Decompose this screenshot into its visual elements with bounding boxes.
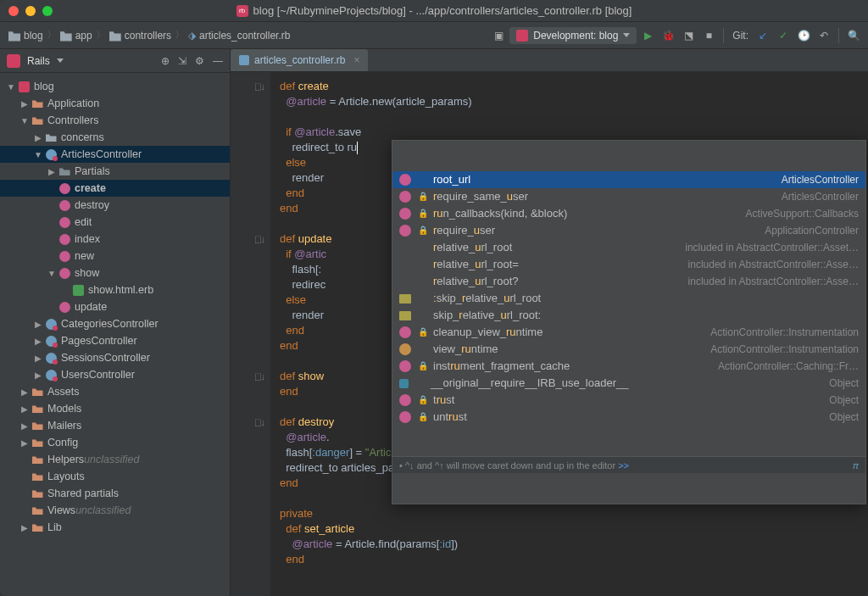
completion-item[interactable]: view_runtimeActionController::Instrument… <box>392 341 865 358</box>
tree-twisty[interactable]: ▶ <box>32 370 44 380</box>
tree-twisty[interactable]: ▼ <box>46 269 58 278</box>
tree-item[interactable]: ▶Mailers <box>0 417 230 434</box>
tree-item[interactable]: ▶Assets <box>0 383 230 400</box>
tree-item[interactable]: ▶UsersController <box>0 366 230 383</box>
tree-twisty[interactable]: ▶ <box>32 133 44 142</box>
tree-twisty[interactable]: ▶ <box>19 387 31 397</box>
debug-button[interactable]: 🐞 <box>659 26 677 45</box>
tree-item[interactable]: ▶Models <box>0 400 230 417</box>
tree-item[interactable]: ▶Partials <box>0 163 230 180</box>
completion-item[interactable]: :skip_relative_url_root <box>392 290 865 307</box>
tree-item[interactable]: ▶SessionsController <box>0 349 230 366</box>
tree-item[interactable]: ▶Lib <box>0 519 230 536</box>
tree-item[interactable]: Helpers unclassified <box>0 451 230 468</box>
tree-label: update <box>75 301 107 313</box>
tree-item[interactable]: update <box>0 298 230 315</box>
completion-label: require_user <box>433 223 495 238</box>
tree-item[interactable]: ▼ArticlesController <box>0 146 230 163</box>
vcs-update-button[interactable]: ↙ <box>754 26 772 45</box>
lock-icon: 🔒 <box>418 206 426 221</box>
tree-item[interactable]: Layouts <box>0 468 230 485</box>
completion-footer: • ^↓ and ^↑ will move caret down and up … <box>392 456 865 473</box>
completion-label: root_url <box>433 172 470 187</box>
stop-button[interactable]: ■ <box>699 26 718 45</box>
completion-item[interactable]: relative_url_rootincluded in AbstractCon… <box>392 239 865 256</box>
minimize-window-button[interactable] <box>25 6 36 16</box>
completion-origin: included in AbstractController::Asset… <box>685 240 859 255</box>
coverage-button[interactable]: ⬔ <box>679 26 698 45</box>
tree-twisty[interactable]: ▼ <box>5 82 17 92</box>
search-everywhere-button[interactable]: 🔍 <box>844 26 863 45</box>
hide-icon[interactable]: — <box>213 55 223 67</box>
dir-o-icon <box>31 386 44 398</box>
completion-item[interactable]: 🔒untrustObject <box>392 409 865 426</box>
vcs-history-button[interactable]: 🕑 <box>794 26 813 45</box>
tree-item[interactable]: new <box>0 248 230 265</box>
build-button[interactable]: ▣ <box>489 26 508 45</box>
code-area[interactable]: ⎕↓ ⎕↓ ⎕↓ ⎕↓ def create @article = Articl… <box>231 72 868 596</box>
tree-item[interactable]: edit <box>0 214 230 231</box>
code-completion-popup[interactable]: root_urlArticlesController🔒require_same_… <box>392 140 866 504</box>
completion-item[interactable]: skip_relative_url_root: <box>392 307 865 324</box>
tree-twisty[interactable]: ▶ <box>19 404 31 414</box>
locate-icon[interactable]: ⊕ <box>161 55 170 67</box>
project-tree[interactable]: ▼blog▶Application▼Controllers▶concerns▼A… <box>0 73 230 596</box>
meth-icon <box>58 233 71 245</box>
dir-o-icon <box>31 437 44 448</box>
tree-twisty[interactable]: ▶ <box>19 421 31 431</box>
completion-item[interactable]: 🔒require_same_userArticlesController <box>392 188 865 205</box>
tree-item[interactable]: ▼blog <box>0 78 230 95</box>
tree-item[interactable]: ▼Controllers <box>0 112 230 129</box>
rails-tool-header: Rails ⊕ ⇲ ⚙ — <box>0 49 230 73</box>
vcs-revert-button[interactable]: ↶ <box>815 26 833 45</box>
run-button[interactable]: ▶ <box>638 26 657 45</box>
tree-item[interactable]: Views unclassified <box>0 502 230 519</box>
tree-twisty[interactable]: ▶ <box>46 167 58 176</box>
tree-twisty[interactable]: ▶ <box>19 99 31 109</box>
completion-item[interactable]: __original__require__IRB_use_loader__Obj… <box>392 375 865 392</box>
lock-icon: 🔒 <box>418 223 426 238</box>
completion-label: run_callbacks(kind, &block) <box>433 206 567 221</box>
tree-item[interactable]: ▶CategoriesController <box>0 315 230 332</box>
close-tab-icon[interactable]: × <box>353 54 359 66</box>
completion-item[interactable]: relative_url_root=included in AbstractCo… <box>392 256 865 273</box>
completion-item[interactable]: 🔒instrument_fragment_cacheActionControll… <box>392 358 865 375</box>
tree-item[interactable]: index <box>0 231 230 248</box>
tree-item[interactable]: create <box>0 180 230 197</box>
code-text[interactable]: def create @article = Article.new(articl… <box>271 72 868 596</box>
tree-item[interactable]: show.html.erb <box>0 281 230 298</box>
completion-item[interactable]: 🔒run_callbacks(kind, &block)ActiveSuppor… <box>392 205 865 222</box>
tree-item[interactable]: ▶PagesController <box>0 332 230 349</box>
tree-label: new <box>75 250 94 262</box>
tree-item[interactable]: ▶concerns <box>0 129 230 146</box>
zoom-window-button[interactable] <box>42 6 53 16</box>
completion-item[interactable]: relative_url_root?included in AbstractCo… <box>392 273 865 290</box>
tree-twisty[interactable]: ▶ <box>32 354 44 363</box>
completion-item[interactable]: root_urlArticlesController <box>392 171 865 188</box>
tree-item[interactable]: ▼show <box>0 265 230 281</box>
completion-item[interactable]: 🔒trustObject <box>392 392 865 409</box>
tree-twisty[interactable]: ▶ <box>32 337 44 346</box>
completion-item[interactable]: 🔒require_userApplicationController <box>392 222 865 239</box>
collapse-icon[interactable]: ⇲ <box>178 55 186 67</box>
tree-twisty[interactable]: ▼ <box>19 116 31 125</box>
completion-item[interactable]: 🔒cleanup_view_runtimeActionController::I… <box>392 324 865 341</box>
vcs-commit-button[interactable]: ✓ <box>774 26 793 45</box>
tree-twisty[interactable]: ▼ <box>32 150 44 159</box>
tree-twisty[interactable]: ▶ <box>32 320 44 329</box>
close-window-button[interactable] <box>8 6 19 16</box>
completion-more-link[interactable]: >> <box>618 458 629 473</box>
tree-twisty[interactable]: ▶ <box>19 523 31 532</box>
tree-item[interactable]: destroy <box>0 197 230 214</box>
tree-twisty[interactable]: ▶ <box>19 438 31 448</box>
run-configuration-selector[interactable]: Development: blog <box>509 27 637 44</box>
tree-item[interactable]: Shared partials <box>0 485 230 502</box>
editor-tab[interactable]: articles_controller.rb × <box>231 49 368 71</box>
breadcrumb[interactable]: blog〉 app〉 controllers〉 ⬗ articles_contr… <box>5 28 293 42</box>
tree-item[interactable]: ▶Config <box>0 434 230 451</box>
rails-icon <box>516 30 528 42</box>
settings-icon[interactable]: ⚙ <box>195 55 204 67</box>
dir-o-icon <box>31 504 44 516</box>
completion-label: untrust <box>433 409 467 425</box>
tree-item[interactable]: ▶Application <box>0 95 230 112</box>
